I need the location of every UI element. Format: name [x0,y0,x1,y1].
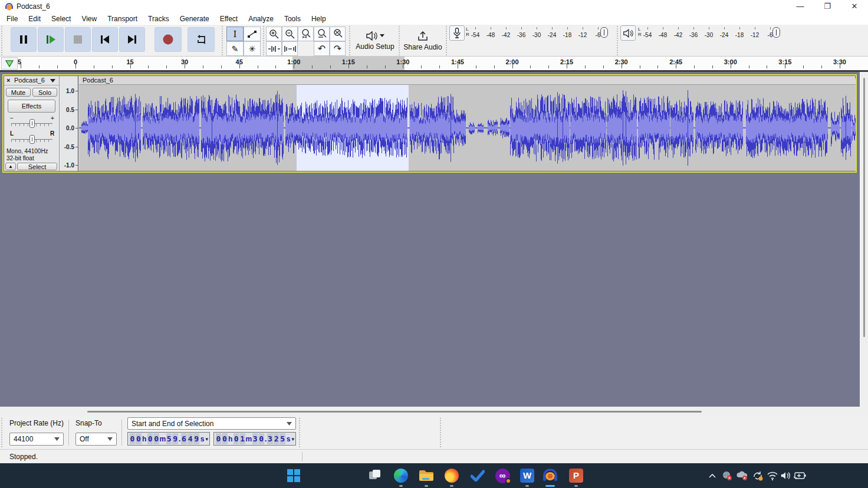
share-audio-button[interactable]: Share Audio [402,27,443,54]
playback-meter[interactable]: LR-54-48-42-36-30-24-18-12-6 [638,25,787,41]
timeline-options-button[interactable] [1,57,18,70]
effects-button[interactable]: Effects [8,100,55,113]
horizontal-scrollbar[interactable] [0,407,868,416]
pan-slider[interactable] [11,137,52,143]
snap-to-combo[interactable]: Off [75,433,117,446]
time-digit[interactable]: 9 [193,433,199,444]
selection-tool-button[interactable]: I [226,27,244,41]
tray-battery-button[interactable] [793,469,806,482]
file-explorer-button[interactable] [418,467,435,484]
gain-slider-thumb[interactable] [29,119,35,128]
task-view-button[interactable] [367,467,383,484]
track-select-button[interactable]: Select [17,163,57,170]
record-button[interactable] [154,27,182,52]
solo-button[interactable]: Solo [32,88,57,97]
track-name[interactable]: Podcast_6 [14,77,45,84]
play-button[interactable] [38,27,64,52]
vertical-scrollbar-thumb[interactable] [863,78,865,337]
time-digit[interactable]: 5 [280,433,285,444]
purple-app-button[interactable]: ∞ [494,467,511,484]
time-digit[interactable]: 0 [147,433,153,444]
start-button[interactable] [285,467,302,484]
menu-generate[interactable]: Generate [175,15,215,23]
tray-wifi-button[interactable] [767,469,778,482]
time-digit[interactable]: 9 [172,433,178,444]
zoom-in-button[interactable] [266,27,282,41]
time-digit[interactable]: 0 [258,433,264,444]
stop-button[interactable] [65,27,91,52]
draw-tool-button[interactable]: ✎ [226,41,244,56]
fit-project-button[interactable] [330,27,346,41]
time-digit[interactable]: 0 [216,433,222,444]
skip-to-start-button[interactable] [92,27,118,52]
recording-meter[interactable]: LR-54-48-42-36-30-24-18-12-6 [466,25,614,41]
meter-gain-handle[interactable] [600,27,608,38]
track-menu-caret-icon[interactable] [50,79,55,83]
selection-start-field[interactable]: 00h00m59.649s▾ [127,432,210,446]
selection-end-field[interactable]: 00h01m30.325s▾ [213,432,296,446]
menu-effect[interactable]: Effect [215,15,243,23]
timeline-ruler[interactable]: 501530451:001:151:301:452:002:152:302:45… [0,57,868,72]
zoom-toggle-button[interactable] [314,27,330,41]
trim-audio-button[interactable] [266,41,282,56]
collapse-track-button[interactable]: ▲ [5,163,16,170]
track-workspace[interactable]: × Podcast_6 Mute Solo Effects − + L R Mo… [0,72,860,407]
menu-help[interactable]: Help [306,15,331,23]
time-format-caret[interactable]: ▾ [291,436,294,442]
tray-globe-error-button[interactable] [722,469,732,482]
waveform-background[interactable] [79,85,856,171]
menu-transport[interactable]: Transport [102,15,143,23]
record-meter-button[interactable] [449,25,465,41]
edge-browser-button[interactable] [393,467,409,484]
horizontal-scrollbar-thumb[interactable] [87,411,702,413]
meter-gain-handle[interactable] [772,27,780,38]
firefox-button[interactable] [443,467,460,484]
powerpoint-button[interactable]: P [568,467,584,484]
multi-tool-button[interactable]: ✳ [244,41,261,56]
time-digit[interactable]: 0 [136,433,142,444]
tray-volume-button[interactable] [780,469,791,482]
time-format-caret[interactable]: ▾ [205,436,208,442]
undo-button[interactable]: ↶ [314,41,330,56]
time-digit[interactable]: 5 [166,433,172,444]
time-digit[interactable]: 1 [239,433,245,444]
close-button[interactable]: ✕ [841,0,868,13]
time-digit[interactable]: 0 [130,433,136,444]
time-digit[interactable]: 3 [267,433,273,444]
menu-edit[interactable]: Edit [23,15,46,23]
minimize-button[interactable]: — [787,0,814,13]
audio-track[interactable]: × Podcast_6 Mute Solo Effects − + L R Mo… [4,75,856,172]
zoom-out-button[interactable] [282,27,298,41]
skip-to-end-button[interactable] [119,27,145,52]
audio-setup-button[interactable]: Audio Setup [354,27,396,54]
time-digit[interactable]: 4 [188,433,193,444]
menu-view[interactable]: View [76,15,102,23]
time-digit[interactable]: 2 [274,433,280,444]
mute-button[interactable]: Mute [6,88,31,97]
track-close-button[interactable]: × [6,77,10,84]
waveform[interactable] [79,85,856,171]
gain-slider[interactable] [11,121,52,127]
time-digit[interactable]: 0 [153,433,159,444]
menu-analyze[interactable]: Analyze [243,15,279,23]
menu-tools[interactable]: Tools [279,15,306,23]
tray-onedrive-error-button[interactable] [737,469,748,482]
vertical-scrollbar[interactable] [860,72,868,407]
time-digit[interactable]: 6 [181,433,187,444]
restore-button[interactable]: ❐ [814,0,841,13]
menu-tracks[interactable]: Tracks [143,15,175,23]
playback-meter-button[interactable] [620,25,636,41]
time-digit[interactable]: 0 [234,433,239,444]
project-rate-combo[interactable]: 44100 [9,433,64,446]
envelope-tool-button[interactable] [244,27,261,41]
menu-file[interactable]: File [1,15,23,23]
pan-slider-thumb[interactable] [29,135,35,144]
time-digit[interactable]: 0 [222,433,228,444]
todo-app-button[interactable] [469,467,486,484]
pause-button[interactable] [11,27,37,52]
selection-mode-combo[interactable]: Start and End of Selection [127,417,296,430]
silence-audio-button[interactable] [282,41,298,56]
loop-button[interactable] [188,27,215,52]
audacity-app-button[interactable] [542,467,558,484]
tray-sync-button[interactable] [752,469,764,482]
